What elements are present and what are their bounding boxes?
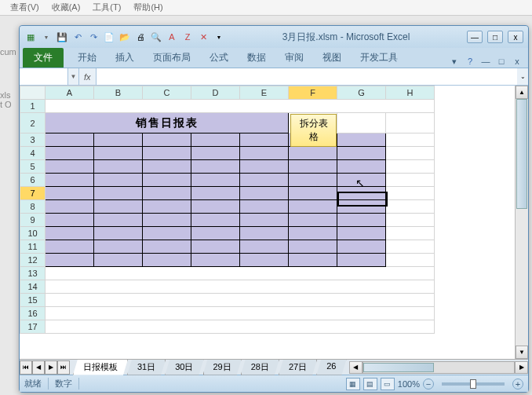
cell[interactable] xyxy=(240,200,289,214)
col-header-g[interactable]: G xyxy=(337,86,386,100)
vertical-scrollbar[interactable]: ▲ ▼ xyxy=(515,86,528,359)
ribbon-dropdown-icon[interactable]: ▾ xyxy=(448,55,461,68)
cell[interactable] xyxy=(240,227,289,240)
scroll-up-button[interactable]: ▲ xyxy=(516,86,528,99)
cell[interactable] xyxy=(143,240,191,254)
cell[interactable] xyxy=(337,174,386,187)
zoom-slider[interactable] xyxy=(442,382,505,386)
print-icon[interactable]: 🖨 xyxy=(134,31,147,43)
col-header-e[interactable]: E xyxy=(240,86,289,100)
cell[interactable] xyxy=(94,174,143,187)
view-pagebreak-button[interactable]: ▭ xyxy=(381,378,395,390)
doc-minimize-icon[interactable]: — xyxy=(479,55,492,68)
file-tab[interactable]: 文件 xyxy=(23,48,64,68)
row-header[interactable]: 17 xyxy=(20,320,46,334)
cell[interactable] xyxy=(289,254,337,267)
view-layout-button[interactable]: ▤ xyxy=(363,378,377,390)
cell[interactable] xyxy=(289,174,337,187)
name-box-dropdown[interactable]: ▼ xyxy=(68,68,79,85)
cell[interactable] xyxy=(386,147,435,160)
cell[interactable] xyxy=(289,160,337,174)
cell[interactable] xyxy=(46,294,435,307)
cell[interactable] xyxy=(240,240,289,254)
cell[interactable] xyxy=(337,254,386,267)
sort-asc-icon[interactable]: A xyxy=(166,31,178,43)
col-header-c[interactable]: C xyxy=(143,86,191,100)
cell[interactable] xyxy=(191,160,240,174)
cell[interactable] xyxy=(337,113,386,133)
select-all-corner[interactable] xyxy=(20,86,46,100)
cell[interactable] xyxy=(94,160,143,174)
sheet-tab[interactable]: 30日 xyxy=(165,360,203,375)
sheet-tab[interactable]: 26 xyxy=(316,360,346,375)
cell[interactable] xyxy=(289,240,337,254)
help-icon[interactable]: ? xyxy=(464,55,476,68)
row-header[interactable]: 5 xyxy=(20,160,46,174)
cell[interactable] xyxy=(240,174,289,187)
cell[interactable] xyxy=(46,307,435,320)
cell[interactable] xyxy=(289,214,337,227)
cell[interactable] xyxy=(143,227,191,240)
cell[interactable] xyxy=(386,133,435,147)
cell[interactable] xyxy=(240,187,289,200)
cell[interactable] xyxy=(337,187,386,200)
bg-menu-item[interactable]: 工具(T) xyxy=(86,0,127,15)
fx-label[interactable]: fx xyxy=(79,72,96,82)
row-header[interactable]: 8 xyxy=(20,200,46,214)
row-header[interactable]: 15 xyxy=(20,294,46,307)
dropdown-icon[interactable]: ▼ xyxy=(40,31,53,43)
cell[interactable] xyxy=(46,133,94,147)
cell[interactable] xyxy=(94,147,143,160)
cell[interactable] xyxy=(46,320,435,334)
row-header[interactable]: 4 xyxy=(20,147,46,160)
row-header[interactable]: 11 xyxy=(20,240,46,254)
row-header[interactable]: 16 xyxy=(20,307,46,320)
scroll-left-button[interactable]: ◀ xyxy=(349,361,363,374)
cell[interactable] xyxy=(46,240,94,254)
cell[interactable] xyxy=(289,147,337,160)
cell[interactable] xyxy=(191,147,240,160)
cell[interactable] xyxy=(143,254,191,267)
tab-view[interactable]: 视图 xyxy=(313,48,351,68)
cell[interactable] xyxy=(46,214,94,227)
maximize-button[interactable]: □ xyxy=(487,31,503,43)
cell[interactable] xyxy=(94,200,143,214)
cell[interactable] xyxy=(94,227,143,240)
cell[interactable] xyxy=(386,200,435,214)
title-cell[interactable]: 销售日报表 xyxy=(46,113,289,133)
col-header-b[interactable]: B xyxy=(94,86,143,100)
undo-icon[interactable]: ↶ xyxy=(71,31,84,43)
cell[interactable] xyxy=(337,214,386,227)
cell[interactable] xyxy=(94,187,143,200)
new-icon[interactable]: 📄 xyxy=(103,31,115,43)
sheet-tab[interactable]: 27日 xyxy=(279,360,317,375)
bg-menu-item[interactable]: 查看(V) xyxy=(4,0,46,15)
zoom-out-button[interactable]: − xyxy=(423,379,434,390)
redo-icon[interactable]: ↷ xyxy=(87,31,100,43)
sheet-tab[interactable]: 29日 xyxy=(203,360,242,375)
bg-menu-item[interactable]: 收藏(A) xyxy=(46,0,87,15)
doc-close-icon[interactable]: x xyxy=(511,55,523,68)
cell[interactable] xyxy=(94,133,143,147)
cell[interactable] xyxy=(46,227,94,240)
cell[interactable] xyxy=(94,214,143,227)
grid[interactable]: A B C D E F G H 1 2 销售日报表 拆分表格 3 4 5 xyxy=(20,86,515,359)
bg-menu-item[interactable]: 帮助(H) xyxy=(127,0,169,15)
tab-last-button[interactable]: ⏭ xyxy=(57,360,70,375)
zoom-in-button[interactable]: + xyxy=(512,379,523,390)
view-normal-button[interactable]: ▦ xyxy=(346,378,360,390)
cell[interactable] xyxy=(337,133,386,147)
cell[interactable] xyxy=(289,200,337,214)
tab-formula[interactable]: 公式 xyxy=(200,48,238,68)
cell[interactable] xyxy=(143,200,191,214)
formula-expand-icon[interactable]: ⌄ xyxy=(517,73,528,80)
row-header[interactable]: 1 xyxy=(20,100,46,113)
tab-home[interactable]: 开始 xyxy=(68,48,106,68)
cell[interactable] xyxy=(191,227,240,240)
zoom-thumb[interactable] xyxy=(470,379,476,389)
cell[interactable] xyxy=(337,227,386,240)
cell[interactable] xyxy=(386,227,435,240)
cell[interactable] xyxy=(46,100,435,113)
col-header-h[interactable]: H xyxy=(386,86,435,100)
cell[interactable] xyxy=(191,254,240,267)
